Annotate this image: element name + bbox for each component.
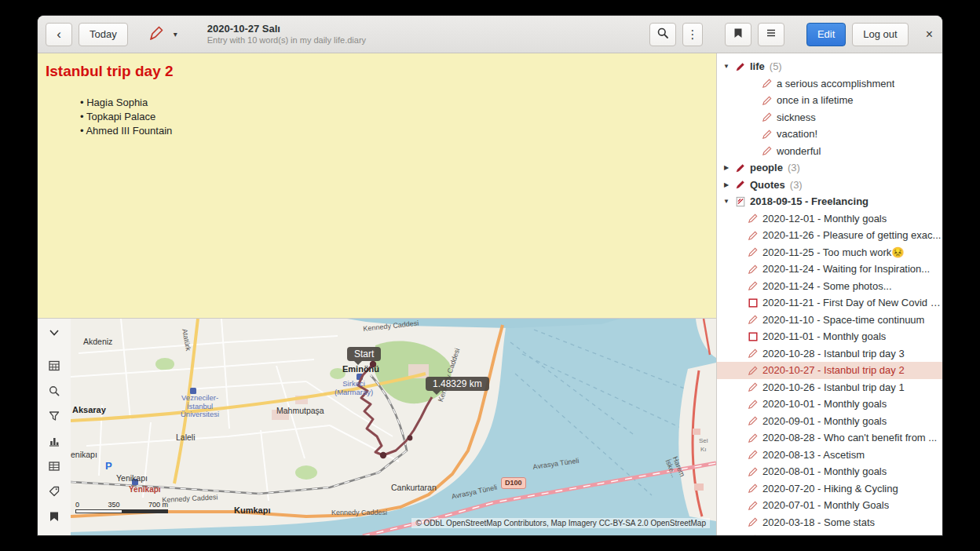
sidebar-tree[interactable]: ▼life(5)a serious accomplishmentonce in …	[716, 53, 942, 535]
entry-row[interactable]: 2020-10-26 - Istanbul trip day 1	[717, 379, 942, 396]
entry-row[interactable]: 2020-01-15 - Some stats	[717, 531, 942, 535]
entry-row[interactable]: 2020-09-01 - Monthly goals	[717, 413, 942, 430]
route-waypoint-marker	[408, 436, 413, 441]
filter-button[interactable]	[43, 407, 65, 427]
edit-button[interactable]: Edit	[806, 23, 846, 46]
menu-kebab-button[interactable]: ⋮	[682, 23, 703, 46]
hamburger-icon	[765, 27, 777, 42]
table-icon	[48, 460, 60, 475]
entry-bullet: Topkapi Palace	[80, 110, 708, 124]
tag-group-row[interactable]: ▶Quotes(3)	[717, 177, 942, 194]
tag-item-row[interactable]: once in a lifetime	[717, 92, 942, 109]
bookmark-button[interactable]	[725, 23, 751, 46]
pencil-icon	[761, 129, 773, 140]
calendar-view-button[interactable]	[43, 356, 65, 377]
entry-row[interactable]: 2020-11-24 - Waiting for Inspiration...	[717, 261, 942, 278]
pencil-icon	[747, 415, 759, 426]
row-label: 2020-07-01 - Monthly Goals	[762, 499, 889, 511]
tag-group-row[interactable]: ▼life(5)	[717, 58, 942, 75]
tag-pencil-icon	[734, 162, 747, 173]
row-label: 2020-07-20 - Hiking & Cycling	[762, 483, 898, 494]
row-label: 2020-09-01 - Monthly goals	[762, 415, 887, 427]
todo-square-icon	[747, 297, 759, 308]
pencil-icon	[747, 449, 759, 460]
entry-row[interactable]: 2020-11-21 - First Day of New Covid R...	[717, 294, 942, 312]
tag-item-row[interactable]: wonderful	[717, 143, 942, 160]
entry-row[interactable]: 2020-11-01 - Monthly goals	[717, 328, 942, 345]
chevron-down-icon[interactable]: ▾	[174, 30, 177, 38]
row-label: 2020-08-28 - Who can't benefit from ...	[762, 432, 937, 443]
row-label: 2020-11-24 - Waiting for Inspiration...	[762, 263, 930, 275]
bar-chart-icon	[48, 435, 60, 450]
map-view[interactable]: AkdenizAtatürkKennedy CaddesiEminönüSirk…	[71, 319, 716, 535]
map-attribution: © ODbL OpenStreetMap Contributors, Map I…	[411, 518, 710, 528]
expander-icon[interactable]: ▼	[722, 198, 731, 205]
row-label: 2020-11-10 - Space-time continuum	[762, 314, 924, 326]
entry-row[interactable]: 2020-08-13 - Ascetism	[717, 447, 942, 464]
entry-row[interactable]: 2020-11-10 - Space-time continuum	[717, 312, 942, 329]
chevron-down-icon	[48, 328, 60, 340]
search-icon	[48, 385, 60, 400]
road-badge: D100	[501, 477, 526, 489]
entry-bullet: Ahmed III Fountain	[80, 124, 708, 138]
collapse-panel-button[interactable]	[43, 323, 65, 344]
pencil-icon	[761, 95, 773, 106]
title-block: 2020-10-27 Salı Entry with 10 word(s) in…	[207, 23, 366, 46]
row-label: 2020-11-21 - First Day of New Covid R...	[762, 297, 942, 308]
expander-icon[interactable]: ▶	[722, 181, 731, 188]
back-button[interactable]: ‹	[46, 23, 72, 46]
entry-title: Istanbul trip day 2	[46, 63, 708, 80]
tag-item-row[interactable]: vacation!	[717, 126, 942, 143]
entry-row[interactable]: 2020-07-01 - Monthly Goals	[717, 497, 942, 514]
entry-row[interactable]: 2020-11-25 - Too much work😣	[717, 244, 942, 261]
row-label: 2020-08-01 - Monthly goals	[762, 465, 887, 477]
expander-icon[interactable]: ▶	[722, 164, 731, 171]
entry-row[interactable]: 2020-10-01 - Monthly goals	[717, 396, 942, 413]
chart-view-button[interactable]	[43, 432, 65, 452]
diary-row[interactable]: ▼2018-09-15 - Freelancing	[717, 193, 942, 210]
entry-row[interactable]: 2020-07-20 - Hiking & Cycling	[717, 480, 942, 498]
row-label: 2018-09-15 - Freelancing	[750, 195, 868, 207]
entry-row[interactable]: 2020-10-27 - Istanbul trip day 2	[717, 362, 942, 379]
pencil-icon	[747, 500, 759, 511]
entry-row[interactable]: 2020-08-01 - Monthly goals	[717, 463, 942, 480]
entry-row[interactable]: 2020-11-26 - Pleasure of getting exac...	[717, 227, 942, 244]
search-view-button[interactable]	[43, 381, 65, 402]
close-button[interactable]: ×	[926, 27, 933, 42]
entry-row[interactable]: 2020-12-01 - Monthly goals	[717, 210, 942, 228]
logout-button[interactable]: Log out	[852, 23, 908, 46]
pencil-icon	[747, 516, 759, 527]
tag-item-row[interactable]: sickness	[717, 109, 942, 126]
row-label: 2020-12-01 - Monthly goals	[762, 213, 887, 224]
tag-group-row[interactable]: ▶people(3)	[717, 159, 942, 177]
tags-view-button[interactable]	[43, 482, 65, 502]
row-label: 2020-03-18 - Some stats	[762, 516, 875, 528]
expander-icon[interactable]: ▼	[722, 63, 731, 70]
entry-text-area[interactable]: Istanbul trip day 2 Hagia SophiaTopkapi …	[38, 53, 716, 318]
grid-calendar-icon	[48, 359, 60, 374]
entry-row[interactable]: 2020-08-28 - Who can't benefit from ...	[717, 429, 942, 447]
route-distance-bubble: 1.48329 km	[426, 377, 489, 391]
row-label: life	[750, 60, 765, 72]
pencil-icon	[747, 264, 759, 275]
today-button[interactable]: Today	[79, 23, 128, 46]
tag-pencil-icon	[734, 61, 747, 72]
row-label: a serious accomplishment	[777, 78, 894, 89]
app-window: ‹ Today ▾ 2020-10-27 Salı Entry with 10 …	[38, 16, 942, 535]
table-view-button[interactable]	[43, 457, 65, 477]
pencil-icon	[747, 466, 759, 477]
entry-type-menu-button[interactable]: ▾	[147, 24, 177, 46]
hamburger-menu-button[interactable]	[758, 23, 784, 46]
pencil-icon	[747, 365, 759, 376]
kebab-icon: ⋮	[686, 27, 698, 42]
search-button[interactable]	[649, 23, 676, 46]
entry-row[interactable]: 2020-03-18 - Some stats	[717, 514, 942, 531]
tag-item-row[interactable]: a serious accomplishment	[717, 75, 942, 93]
map-view-button[interactable]	[43, 507, 65, 527]
entry-row[interactable]: 2020-11-24 - Some photos...	[717, 278, 942, 295]
row-count: (3)	[790, 179, 803, 191]
row-label: 2020-01-15 - Some stats	[762, 533, 875, 535]
route-start-marker	[370, 361, 376, 367]
parking-icon: P	[105, 460, 112, 472]
entry-row[interactable]: 2020-10-28 - Istanbul trip day 3	[717, 345, 942, 363]
